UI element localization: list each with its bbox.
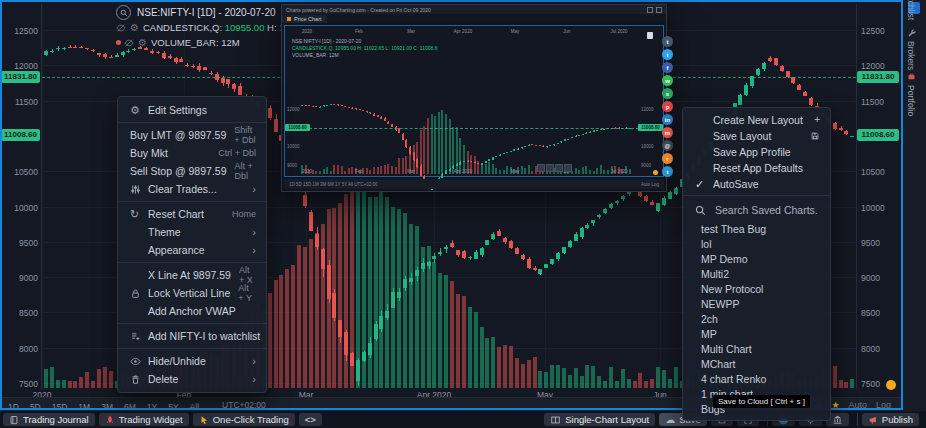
code-button[interactable]: <>: [299, 413, 322, 426]
copy-chart-icon[interactable]: [647, 32, 653, 39]
preview-time-tick: Jul 2020: [610, 29, 627, 34]
log-scale-toggle[interactable]: Log: [876, 400, 891, 410]
menu-item-create-new-layout[interactable]: Create New Layout+: [683, 112, 830, 128]
timeframe-1y[interactable]: 1Y: [147, 402, 157, 412]
menu-item-clear-trades[interactable]: Clear Trades...›: [118, 180, 266, 198]
menu-item-hide-unhide[interactable]: Hide/Unhide›: [118, 352, 266, 370]
one-click-trading-button[interactable]: One-Click Trading: [193, 413, 295, 426]
saved-chart-item[interactable]: NEWPP: [683, 296, 830, 311]
preview-time-tick: May: [511, 169, 520, 174]
favorite-star-icon[interactable]: ★: [831, 401, 839, 410]
menu-item-label: Buy LMT @ 9897.59: [130, 129, 226, 141]
cursor-icon: [199, 415, 209, 425]
menu-item-add-nifty-i-to-watchlist[interactable]: Add NIFTY-I to watchlist: [118, 327, 266, 345]
preview-time-tick: Apr 2020: [454, 29, 472, 34]
price-tick: 12000: [6, 61, 38, 71]
right-sidebar-tabs: WatchlistBrokersPortfolio: [903, 0, 926, 411]
saved-chart-item[interactable]: Multi2: [683, 266, 830, 281]
timeframe-5d[interactable]: 5D: [30, 402, 41, 412]
layout-menu: Create New Layout+Save LayoutSave App Pr…: [682, 107, 831, 421]
saved-chart-item[interactable]: New Protocol: [683, 281, 830, 296]
share-email-icon[interactable]: @: [662, 140, 673, 151]
menu-item-autosave[interactable]: ✓AutoSave: [683, 176, 830, 192]
saved-chart-item[interactable]: lol: [683, 236, 830, 251]
series-settings-icon[interactable]: ⚙: [130, 23, 139, 33]
menu-item-buy-mkt[interactable]: Buy MktCtrl + Dbl: [118, 144, 266, 162]
auto-scale-toggle[interactable]: Auto: [848, 400, 867, 410]
price-tick: 10000: [861, 203, 897, 213]
share-tumblr-icon[interactable]: t: [662, 36, 673, 47]
share-linkedin-icon[interactable]: in: [662, 114, 673, 125]
preview-mini-toolbar-button[interactable]: [546, 164, 554, 172]
trading-journal-button[interactable]: Trading Journal: [3, 413, 95, 426]
menu-item-label: Edit Settings: [148, 104, 256, 116]
preview-notification-dot: [653, 170, 658, 175]
menu-item-lock-vertical-line[interactable]: Lock Vertical LineAlt + Y: [118, 284, 266, 302]
price-badge: 11831.80: [857, 71, 899, 83]
menu-item-sell-stop-9897-59[interactable]: Sell Stop @ 9897.59Alt + Dbl: [118, 162, 266, 180]
menu-item-save-layout[interactable]: Save Layout: [683, 128, 830, 144]
timeframe-6m[interactable]: 6M: [124, 402, 136, 412]
menu-item-theme[interactable]: Theme›: [118, 223, 266, 241]
menu-item-appearance[interactable]: Appearance›: [118, 241, 266, 259]
preview-mini-toolbar-button[interactable]: [537, 164, 545, 172]
wrench-icon: [907, 28, 916, 37]
single-chart-layout-button[interactable]: Single-Chart Layout: [544, 413, 655, 426]
preview-tab-price-chart[interactable]: Price Chart: [282, 15, 327, 23]
saved-chart-item[interactable]: 2ch: [683, 311, 830, 326]
sidebar-tab-portfolio[interactable]: Portfolio: [906, 72, 916, 116]
sidebar-tab-watchlist[interactable]: Watchlist: [906, 0, 916, 20]
hide-volume-icon[interactable]: [124, 38, 134, 48]
menu-item-label: Add Anchor VWAP: [148, 305, 256, 317]
saved-chart-item[interactable]: Multi Chart: [683, 341, 830, 356]
eye-icon: [130, 356, 148, 367]
timeframe-3m[interactable]: 3M: [101, 402, 113, 412]
hide-series-icon[interactable]: [116, 23, 126, 33]
menu-shortcut: Alt + Dbl: [234, 161, 256, 181]
saved-chart-preview-window[interactable]: Charts powered by GoCharting.com - Creat…: [281, 4, 667, 192]
menu-item-edit-settings[interactable]: ⚙Edit Settings: [118, 101, 266, 119]
saved-charts-search[interactable]: Search Saved Charts.: [683, 199, 830, 221]
volume-settings-icon[interactable]: ⚙: [138, 38, 147, 48]
button-label: Trading Journal: [23, 414, 89, 425]
timeframe-5y[interactable]: 5Y: [168, 402, 178, 412]
utc-offset[interactable]: UTC+02:00: [222, 400, 266, 410]
share-gmail-icon[interactable]: m: [662, 127, 673, 138]
saved-chart-item[interactable]: MChart: [683, 356, 830, 371]
share-facebook-icon[interactable]: f: [662, 62, 673, 73]
share-reddit-icon[interactable]: r: [662, 153, 673, 164]
share-pinterest-icon[interactable]: p: [662, 101, 673, 112]
menu-item-x-line-at-9897-59[interactable]: X Line At 9897.59Alt + X: [118, 266, 266, 284]
share-whatsapp-icon[interactable]: w: [662, 75, 673, 86]
saved-chart-item[interactable]: MP: [683, 326, 830, 341]
saved-chart-item[interactable]: 4 chart Renko: [683, 371, 830, 386]
sidebar-tab-brokers[interactable]: Brokers: [906, 28, 916, 70]
menu-item-delete[interactable]: Delete›: [118, 370, 266, 388]
menu-item-label: Reset Chart: [148, 208, 224, 220]
preview-minimize-icon[interactable]: [647, 7, 653, 13]
share-telegram-icon[interactable]: t: [662, 166, 673, 177]
menu-item-buy-lmt-9897-59[interactable]: Buy LMT @ 9897.59Shift + Dbl: [118, 126, 266, 144]
publish-button[interactable]: Publish: [862, 413, 919, 426]
preview-mini-toolbar-button[interactable]: [555, 164, 563, 172]
preview-mini-toolbar-button[interactable]: [564, 164, 572, 172]
cloud-icon: ☁: [665, 415, 675, 425]
menu-item-reset-chart[interactable]: ↻Reset ChartHome: [118, 205, 266, 223]
timeframe-1d[interactable]: 1D: [8, 402, 19, 412]
menu-item-reset-app-defaults[interactable]: Reset App Defaults: [683, 160, 830, 176]
price-tick: 12500: [6, 26, 38, 36]
timeframe-all[interactable]: All: [190, 402, 199, 412]
preview-close-icon[interactable]: [656, 7, 662, 13]
timeframe-1m[interactable]: 1M: [78, 402, 90, 412]
saved-chart-item[interactable]: MP Demo: [683, 251, 830, 266]
zoom-icon[interactable]: [116, 5, 131, 20]
share-twitter-icon[interactable]: t: [662, 49, 673, 60]
preview-time-tick: May: [511, 29, 520, 34]
share-sharethis-icon[interactable]: s: [662, 88, 673, 99]
saved-chart-item[interactable]: test Thea Bug: [683, 221, 830, 236]
menu-item-save-app-profile[interactable]: Save App Profile: [683, 144, 830, 160]
menu-item-add-anchor-vwap[interactable]: Add Anchor VWAP: [118, 302, 266, 320]
preview-price-badge: 11008.60: [285, 124, 310, 131]
trading-widget-button[interactable]: Trading Widget: [99, 413, 189, 426]
timeframe-15d[interactable]: 15D: [52, 402, 68, 412]
